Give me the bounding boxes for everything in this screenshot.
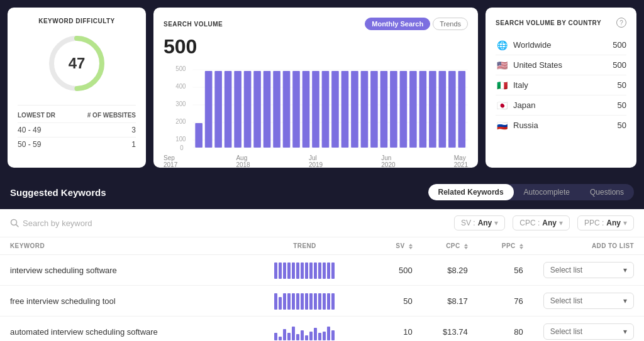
cpc-cell: $8.29	[423, 255, 478, 286]
dr-range-2: 50 - 59	[18, 140, 41, 149]
select-list-cell: Select list ▾	[533, 317, 644, 342]
suggested-header: Suggested Keywords Related Keywords Auto…	[0, 175, 644, 209]
cpc-sort-icon	[464, 244, 468, 249]
ppc-sort-icon	[519, 244, 523, 249]
sv-filter[interactable]: SV : Any ▾	[454, 215, 505, 230]
svg-rect-40	[448, 71, 456, 148]
svg-rect-14	[195, 123, 203, 148]
svg-rect-36	[409, 71, 417, 148]
col-sv[interactable]: SV	[367, 237, 423, 255]
select-list-chevron: ▾	[623, 296, 627, 305]
svg-rect-38	[429, 71, 436, 148]
svg-rect-15	[205, 71, 213, 148]
svg-text:0: 0	[180, 144, 184, 151]
svg-rect-25	[303, 71, 310, 148]
trends-button[interactable]: Trends	[433, 18, 468, 30]
filter-controls: SV : Any ▾ CPC : Any ▾ PPC : Any ▾	[454, 215, 634, 230]
svg-text:500: 500	[175, 65, 186, 72]
select-list-dropdown[interactable]: Select list ▾	[543, 293, 634, 309]
svg-text:300: 300	[175, 100, 186, 107]
japan-count: 50	[618, 100, 626, 110]
col-add-to-list: ADD TO LIST	[533, 237, 644, 255]
filter-row: Search by keyword SV : Any ▾ CPC : Any ▾…	[0, 209, 644, 237]
search-placeholder: Search by keyword	[23, 219, 92, 228]
select-list-cell: Select list ▾	[533, 286, 644, 317]
svg-rect-41	[458, 71, 466, 148]
svg-rect-23	[283, 71, 291, 148]
table-row: interview scheduling software	[0, 255, 644, 286]
monthly-search-button[interactable]: Monthly Search	[365, 18, 430, 30]
sv-cell: 50	[367, 286, 423, 317]
svg-rect-27	[322, 71, 330, 148]
table-row: automated interview scheduling software	[0, 317, 644, 342]
trend-cell	[242, 255, 367, 286]
kd-gauge: 47	[45, 32, 108, 95]
russia-name: Russia	[513, 121, 538, 130]
keyword-search-box[interactable]: Search by keyword	[10, 219, 92, 228]
japan-name: Japan	[513, 100, 535, 110]
sv-filter-chevron: ▾	[494, 219, 498, 227]
japan-flag-icon: 🇯🇵	[496, 101, 508, 110]
chart-x-labels: Sep2017 Aug2018 Jul2019 Jun2020 May2021	[164, 154, 468, 168]
italy-count: 50	[618, 80, 626, 90]
svg-rect-39	[439, 71, 447, 148]
sv-chart: 500 400 300 200 100 0	[164, 63, 468, 158]
sv-cell: 10	[367, 317, 423, 342]
svg-rect-22	[273, 71, 280, 148]
search-icon	[10, 219, 19, 227]
select-list-chevron: ▾	[623, 327, 627, 336]
cpc-filter-chevron: ▾	[559, 219, 563, 227]
cpc-cell: $13.74	[423, 317, 478, 342]
keyword-cell: free interview scheduling tool	[0, 286, 242, 317]
russia-flag-icon: 🇷🇺	[496, 121, 508, 130]
keywords-table-body: interview scheduling software	[0, 255, 644, 342]
country-row-worldwide: 🌐 Worldwide 500	[496, 35, 626, 55]
select-list-cell: Select list ▾	[533, 255, 644, 286]
kd-title: KEYWORD DIFFICULTY	[18, 18, 136, 24]
tab-autocomplete[interactable]: Autocomplete	[514, 184, 580, 200]
suggested-title: Suggested Keywords	[10, 187, 106, 198]
cpc-cell: $8.17	[423, 286, 478, 317]
dr-col2-header: # OF WEBSITES	[87, 112, 136, 119]
dr-count-1: 3	[131, 126, 136, 134]
svg-rect-24	[292, 71, 300, 148]
country-row-japan: 🇯🇵 Japan 50	[496, 95, 626, 116]
svg-rect-33	[380, 71, 388, 148]
suggested-keywords-section: Suggested Keywords Related Keywords Auto…	[0, 175, 644, 341]
svg-line-43	[16, 225, 19, 227]
help-icon[interactable]: ?	[616, 18, 626, 28]
worldwide-name: Worldwide	[513, 40, 551, 50]
sv-title: SEARCH VOLUME	[164, 21, 223, 28]
dr-col1-header: LOWEST DR	[18, 112, 55, 119]
svg-text:400: 400	[175, 83, 186, 90]
tab-questions[interactable]: Questions	[580, 184, 634, 200]
sv-sort-icon	[409, 244, 413, 249]
svg-rect-17	[225, 71, 232, 148]
ppc-cell: 80	[478, 317, 533, 342]
svg-rect-34	[390, 71, 397, 148]
country-row-italy: 🇮🇹 Italy 50	[496, 75, 626, 95]
ppc-filter[interactable]: PPC : Any ▾	[577, 215, 634, 230]
cpc-filter[interactable]: CPC : Any ▾	[513, 215, 570, 230]
us-name: United States	[513, 60, 562, 70]
svg-rect-32	[370, 71, 378, 148]
col-trend: TREND	[242, 237, 367, 255]
keyword-difficulty-card: KEYWORD DIFFICULTY 47 LOWEST DR # OF WEB…	[8, 8, 146, 168]
worldwide-count: 500	[613, 40, 626, 50]
country-volume-card: SEARCH VOLUME BY COUNTRY ? 🌐 Worldwide 5…	[486, 8, 636, 168]
svg-rect-31	[361, 71, 369, 148]
trend-cell	[242, 317, 367, 342]
col-cpc[interactable]: CPC	[423, 237, 478, 255]
dr-row-2: 50 - 59 1	[18, 137, 136, 151]
svg-rect-21	[264, 71, 271, 148]
col-ppc[interactable]: PPC	[478, 237, 533, 255]
tab-related-keywords[interactable]: Related Keywords	[428, 184, 514, 200]
svg-rect-35	[400, 71, 408, 148]
select-list-dropdown[interactable]: Select list ▾	[543, 323, 634, 340]
italy-flag-icon: 🇮🇹	[496, 81, 508, 90]
keyword-cell: interview scheduling software	[0, 255, 242, 286]
keyword-cell: automated interview scheduling software	[0, 317, 242, 342]
select-list-dropdown[interactable]: Select list ▾	[543, 262, 634, 278]
keyword-tab-group: Related Keywords Autocomplete Questions	[428, 184, 634, 200]
svg-rect-28	[331, 71, 339, 148]
